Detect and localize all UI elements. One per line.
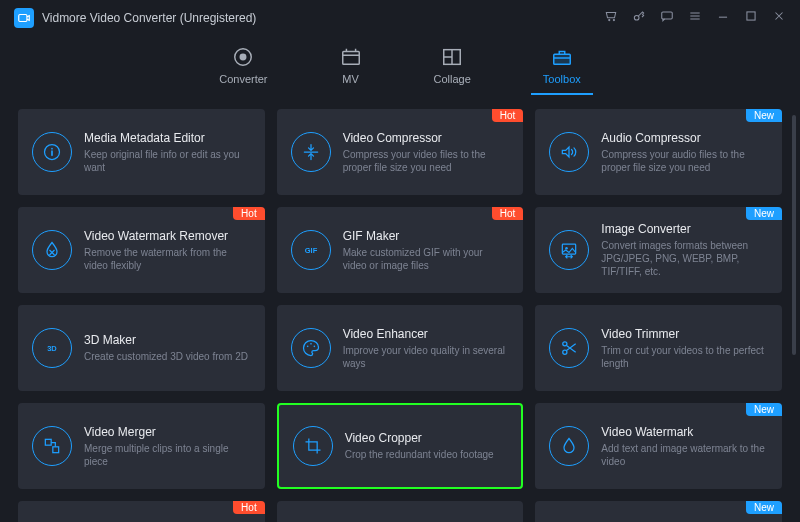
tool-card[interactable]: Media Metadata Editor Keep original file… — [18, 109, 265, 195]
merge-icon — [32, 426, 72, 466]
card-text: Video Watermark Remover Remove the water… — [84, 229, 251, 272]
card-desc: Keep original file info or edit as you w… — [84, 148, 251, 174]
key-icon[interactable] — [632, 9, 646, 27]
drop-icon — [549, 426, 589, 466]
card-text: Image Converter Convert images formats b… — [601, 222, 768, 278]
minimize-icon[interactable] — [716, 9, 730, 27]
nav-mv[interactable]: MV — [334, 42, 368, 95]
card-desc: Compress your video files to the proper … — [343, 148, 510, 174]
converter-icon — [232, 46, 254, 68]
tool-card[interactable]: New Video Watermark Add text and image w… — [535, 403, 782, 489]
content-area: Media Metadata Editor Keep original file… — [0, 95, 800, 522]
card-text: Media Metadata Editor Keep original file… — [84, 131, 251, 174]
card-desc: Convert images formats between JPG/JPEG,… — [601, 239, 768, 278]
audio-compress-icon — [549, 132, 589, 172]
tool-card[interactable]: New Audio Compressor Compress your audio… — [535, 109, 782, 195]
collage-icon — [441, 46, 463, 68]
card-title: Video Trimmer — [601, 327, 768, 341]
app-title: Vidmore Video Converter (Unregistered) — [42, 11, 256, 25]
svg-point-1 — [609, 20, 610, 21]
tool-card[interactable]: New — [535, 501, 782, 522]
tools-grid: Media Metadata Editor Keep original file… — [18, 109, 782, 522]
nav-converter[interactable]: Converter — [213, 42, 273, 95]
title-bar: Vidmore Video Converter (Unregistered) — [0, 0, 800, 36]
nav-toolbox[interactable]: Toolbox — [537, 42, 587, 95]
tool-card[interactable]: Video Trimmer Trim or cut your videos to… — [535, 305, 782, 391]
card-title: Video Merger — [84, 425, 251, 439]
maximize-icon[interactable] — [744, 9, 758, 27]
compress-icon — [291, 132, 331, 172]
tool-card[interactable]: 3D Maker Create customized 3D video from… — [18, 305, 265, 391]
new-badge: New — [746, 109, 782, 122]
nav-collage[interactable]: Collage — [428, 42, 477, 95]
scissors-icon — [549, 328, 589, 368]
card-desc: Make customized GIF with your video or i… — [343, 246, 510, 272]
tool-card[interactable]: Video Enhancer Improve your video qualit… — [277, 305, 524, 391]
main-nav: Converter MV Collage Toolbox — [0, 36, 800, 95]
card-desc: Compress your audio files to the proper … — [601, 148, 768, 174]
3d-icon — [32, 328, 72, 368]
svg-point-3 — [634, 15, 639, 20]
card-text: Video Cropper Crop the redundant video f… — [345, 431, 508, 461]
svg-rect-10 — [554, 54, 571, 64]
card-title: Video Cropper — [345, 431, 508, 445]
palette-icon — [291, 328, 331, 368]
close-icon[interactable] — [772, 9, 786, 27]
card-title: GIF Maker — [343, 229, 510, 243]
card-text: Audio Compressor Compress your audio fil… — [601, 131, 768, 174]
app-logo-icon — [14, 8, 34, 28]
nav-label: MV — [342, 73, 359, 85]
svg-point-7 — [241, 54, 247, 60]
card-text: Video Watermark Add text and image water… — [601, 425, 768, 468]
tool-card[interactable]: New Image Converter Convert images forma… — [535, 207, 782, 293]
card-title: Video Enhancer — [343, 327, 510, 341]
card-title: Video Watermark — [601, 425, 768, 439]
card-text: Video Compressor Compress your video fil… — [343, 131, 510, 174]
svg-rect-8 — [342, 52, 359, 65]
info-icon — [32, 132, 72, 172]
new-badge: New — [746, 207, 782, 220]
tool-card[interactable]: Hot GIF Maker Make customized GIF with y… — [277, 207, 524, 293]
drop-x-icon — [32, 230, 72, 270]
card-text: Video Merger Merge multiple clips into a… — [84, 425, 251, 468]
toolbox-icon — [551, 46, 573, 68]
scrollbar[interactable] — [792, 115, 796, 355]
tool-card[interactable] — [277, 501, 524, 522]
gif-icon — [291, 230, 331, 270]
card-desc: Create customized 3D video from 2D — [84, 350, 251, 363]
card-title: Video Compressor — [343, 131, 510, 145]
feedback-icon[interactable] — [660, 9, 674, 27]
nav-label: Collage — [434, 73, 471, 85]
crop-icon — [293, 426, 333, 466]
tool-card[interactable]: Hot — [18, 501, 265, 522]
card-text: Video Enhancer Improve your video qualit… — [343, 327, 510, 370]
cart-icon[interactable] — [604, 9, 618, 27]
card-title: Audio Compressor — [601, 131, 768, 145]
tool-card[interactable]: Hot Video Watermark Remover Remove the w… — [18, 207, 265, 293]
card-desc: Crop the redundant video footage — [345, 448, 508, 461]
svg-point-2 — [613, 20, 614, 21]
new-badge: New — [746, 403, 782, 416]
titlebar-controls — [604, 9, 786, 27]
menu-icon[interactable] — [688, 9, 702, 27]
tool-card[interactable]: Video Merger Merge multiple clips into a… — [18, 403, 265, 489]
card-desc: Improve your video quality in several wa… — [343, 344, 510, 370]
hot-badge: Hot — [233, 207, 265, 220]
nav-label: Converter — [219, 73, 267, 85]
new-badge: New — [746, 501, 782, 514]
hot-badge: Hot — [492, 109, 524, 122]
card-desc: Trim or cut your videos to the perfect l… — [601, 344, 768, 370]
card-text: 3D Maker Create customized 3D video from… — [84, 333, 251, 363]
tool-card[interactable]: Video Cropper Crop the redundant video f… — [277, 403, 524, 489]
tool-card[interactable]: Hot Video Compressor Compress your video… — [277, 109, 524, 195]
nav-label: Toolbox — [543, 73, 581, 85]
hot-badge: Hot — [492, 207, 524, 220]
svg-rect-0 — [19, 15, 27, 22]
image-convert-icon — [549, 230, 589, 270]
svg-rect-5 — [747, 12, 755, 20]
card-text: GIF Maker Make customized GIF with your … — [343, 229, 510, 272]
card-title: 3D Maker — [84, 333, 251, 347]
card-desc: Add text and image watermark to the vide… — [601, 442, 768, 468]
card-title: Media Metadata Editor — [84, 131, 251, 145]
card-title: Image Converter — [601, 222, 768, 236]
